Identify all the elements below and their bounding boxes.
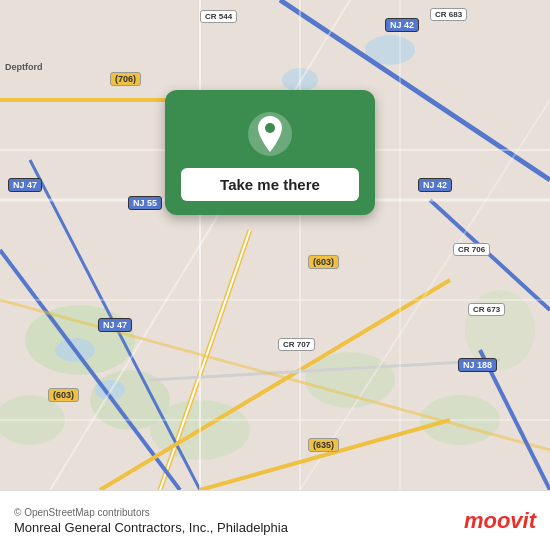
road-badge-603-mid: (603) — [308, 255, 339, 269]
map-container: CR 544 CR 683 NJ 42 (706) NJ 47 NJ 55 NJ… — [0, 0, 550, 490]
road-badge-cr707: CR 707 — [278, 338, 315, 351]
bottom-left-info: © OpenStreetMap contributors Monreal Gen… — [14, 507, 288, 535]
road-badge-cr544: CR 544 — [200, 10, 237, 23]
moovit-brand-text: moovit — [464, 508, 536, 534]
road-badge-cr706: CR 706 — [453, 243, 490, 256]
road-badge-nj42-right: NJ 42 — [418, 178, 452, 192]
svg-point-34 — [265, 123, 275, 133]
location-pin-icon — [246, 110, 294, 158]
road-badge-603-lower: (603) — [48, 388, 79, 402]
road-badge-nj47-lower: NJ 47 — [98, 318, 132, 332]
road-badge-nj42-top: NJ 42 — [385, 18, 419, 32]
road-badge-nj55: NJ 55 — [128, 196, 162, 210]
label-deptford: Deptford — [5, 62, 43, 72]
road-badge-nj188: NJ 188 — [458, 358, 497, 372]
road-badge-nj47-left: NJ 47 — [8, 178, 42, 192]
moovit-logo: moovit — [464, 508, 536, 534]
road-badge-cr683: CR 683 — [430, 8, 467, 21]
copyright-text: © OpenStreetMap contributors — [14, 507, 288, 518]
road-badge-cr673: CR 673 — [468, 303, 505, 316]
business-name: Monreal General Contractors, Inc., Phila… — [14, 520, 288, 535]
road-badge-635: (635) — [308, 438, 339, 452]
location-card: Take me there — [165, 90, 375, 215]
bottom-bar: © OpenStreetMap contributors Monreal Gen… — [0, 490, 550, 550]
road-badge-706: (706) — [110, 72, 141, 86]
take-me-there-button[interactable]: Take me there — [181, 168, 359, 201]
